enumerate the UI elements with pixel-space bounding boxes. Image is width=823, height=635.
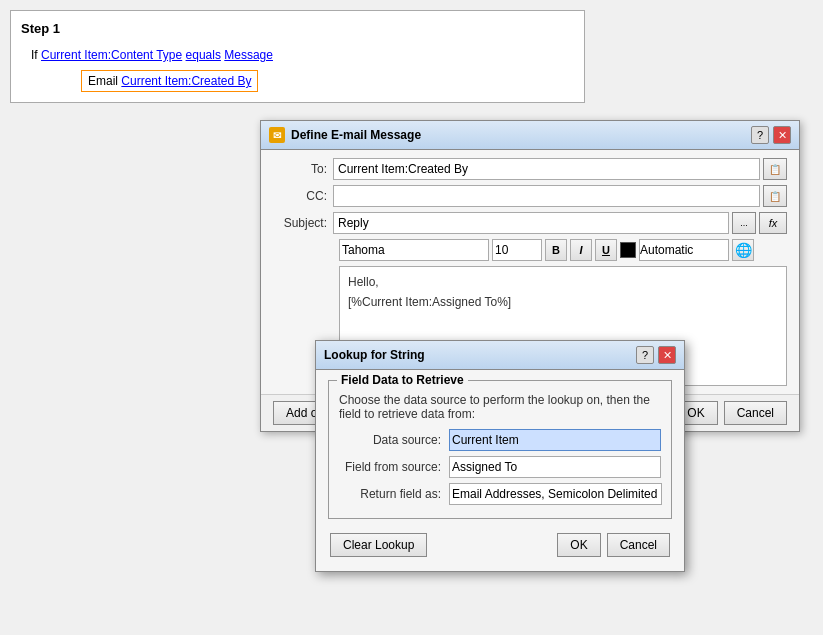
italic-btn[interactable]: I (570, 239, 592, 261)
email-dialog-title: Define E-mail Message (291, 128, 421, 142)
message-line2: [%Current Item:Assigned To%] (348, 295, 778, 309)
email-cancel-btn[interactable]: Cancel (724, 401, 787, 425)
step1-panel: Step 1 If Current Item:Content Type equa… (10, 10, 585, 103)
return-field-select[interactable]: Email Addresses, Semicolon Delimited (449, 483, 662, 505)
subject-fx-btn[interactable]: fx (759, 212, 787, 234)
email-dialog-titlebar-btns: ? ✕ (751, 126, 791, 144)
condition-operator-link[interactable]: equals (186, 48, 221, 62)
step1-action: Email Current Item:Created By (81, 70, 258, 92)
subject-ellipsis-btn[interactable]: ... (732, 212, 756, 234)
lookup-dialog: Lookup for String ? ✕ Field Data to Retr… (315, 340, 685, 572)
color-box (620, 242, 636, 258)
to-input[interactable] (333, 158, 760, 180)
message-line1: Hello, (348, 275, 778, 289)
envelope-icon: ✉ (273, 130, 281, 141)
subject-row: Subject: ... fx (273, 212, 787, 234)
toolbar-row: Tahoma 10 B I U Automatic 🌐 (273, 239, 787, 261)
cc-row: CC: 📋 (273, 185, 787, 207)
underline-btn[interactable]: U (595, 239, 617, 261)
field-source-row: Field from source: Assigned To (339, 456, 661, 478)
email-footer-right: OK Cancel (674, 401, 787, 425)
field-source-select[interactable]: Assigned To (449, 456, 661, 478)
field-data-group: Field Data to Retrieve Choose the data s… (328, 380, 672, 519)
lookup-help-btn[interactable]: ? (636, 346, 654, 364)
data-source-select[interactable]: Current Item (449, 429, 661, 451)
data-source-label: Data source: (339, 433, 449, 447)
subject-input[interactable] (333, 212, 729, 234)
condition-value-link[interactable]: Message (224, 48, 273, 62)
font-select[interactable]: Tahoma (339, 239, 489, 261)
email-dialog-title-area: ✉ Define E-mail Message (269, 127, 421, 143)
lookup-titlebar-btns: ? ✕ (636, 346, 676, 364)
font-size-select[interactable]: 10 (492, 239, 542, 261)
to-addressbook-btn[interactable]: 📋 (763, 158, 787, 180)
data-source-row: Data source: Current Item (339, 429, 661, 451)
cc-addressbook-btn[interactable]: 📋 (763, 185, 787, 207)
to-label: To: (273, 162, 333, 176)
condition-if-text: If (31, 48, 38, 62)
color-select[interactable]: Automatic (639, 239, 729, 261)
step1-condition: If Current Item:Content Type equals Mess… (21, 48, 574, 62)
clear-lookup-btn[interactable]: Clear Lookup (330, 533, 427, 557)
globe-btn[interactable]: 🌐 (732, 239, 754, 261)
subject-label: Subject: (273, 216, 333, 230)
lookup-footer: Clear Lookup OK Cancel (328, 529, 672, 561)
lookup-body: Field Data to Retrieve Choose the data s… (316, 370, 684, 571)
to-input-area: 📋 (333, 158, 787, 180)
email-dialog-help-btn[interactable]: ? (751, 126, 769, 144)
lookup-close-btn[interactable]: ✕ (658, 346, 676, 364)
email-dialog-icon: ✉ (269, 127, 285, 143)
bold-btn[interactable]: B (545, 239, 567, 261)
condition-item-link[interactable]: Current Item:Content Type (41, 48, 182, 62)
lookup-cancel-btn[interactable]: Cancel (607, 533, 670, 557)
step1-title: Step 1 (21, 21, 574, 36)
email-dialog-close-btn[interactable]: ✕ (773, 126, 791, 144)
lookup-footer-right: OK Cancel (557, 533, 670, 557)
action-prefix: Email (88, 74, 118, 88)
lookup-ok-btn[interactable]: OK (557, 533, 600, 557)
lookup-title: Lookup for String (324, 348, 425, 362)
lookup-description: Choose the data source to perform the lo… (339, 393, 661, 421)
action-link[interactable]: Current Item:Created By (121, 74, 251, 88)
cc-input[interactable] (333, 185, 760, 207)
subject-input-area: ... fx (333, 212, 787, 234)
cc-label: CC: (273, 189, 333, 203)
cc-input-area: 📋 (333, 185, 787, 207)
field-source-label: Field from source: (339, 460, 449, 474)
to-row: To: 📋 (273, 158, 787, 180)
return-field-row: Return field as: Email Addresses, Semico… (339, 483, 661, 505)
field-data-group-title: Field Data to Retrieve (337, 373, 468, 387)
email-dialog-titlebar: ✉ Define E-mail Message ? ✕ (261, 121, 799, 150)
lookup-titlebar: Lookup for String ? ✕ (316, 341, 684, 370)
return-field-label: Return field as: (339, 487, 449, 501)
